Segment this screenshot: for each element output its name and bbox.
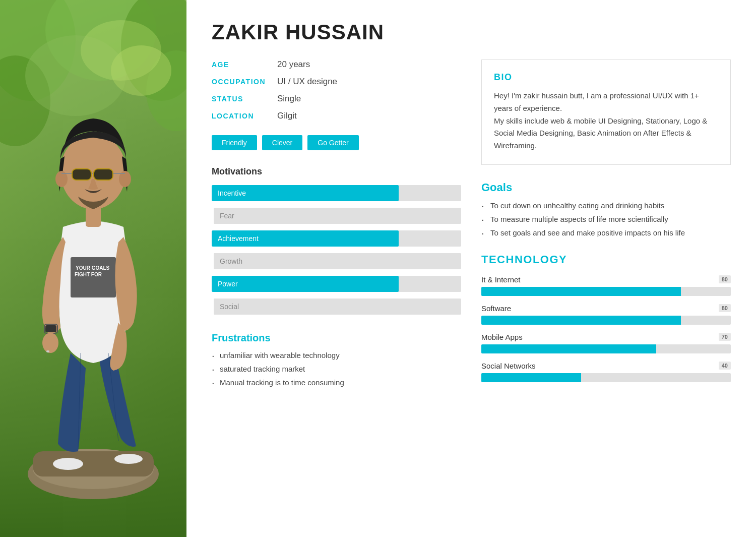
tech-name: Social Networks [481,362,536,370]
right-column: BIO Hey! I'm zakir hussain butt, I am a … [481,59,731,392]
goals-section: Goals To cut down on unhealthy eating an… [481,181,731,237]
motivation-bar: Achievement [212,230,461,247]
bio-heading: BIO [494,72,718,83]
occupation-label: OCCUPATION [212,78,267,86]
tags-row: FriendlyCleverGo Getter [212,135,461,150]
motivations-section: Motivations Incentive Fear Achievement [212,166,461,317]
svg-point-9 [81,20,161,81]
tech-item: Software 80 [481,304,731,325]
frustration-item: Manual tracking is to time consuming [212,378,461,387]
svg-point-23 [60,134,126,209]
tech-item: It & Internet 80 [481,275,731,296]
status-row: STATUS Single [212,94,461,104]
svg-rect-26 [72,169,91,180]
svg-text:YOUR GOALS: YOUR GOALS [76,265,110,271]
motivation-item: Social [212,296,461,317]
motivation-bar-label: Incentive [218,189,246,197]
frustrations-section: Frustrations unfamiliar with wearable te… [212,332,461,387]
tech-bar-inner [481,344,656,353]
content-area: ZAKIR HUSSAIN AGE 20 years OCCUPATION UI… [186,0,756,537]
tag: Friendly [212,135,257,150]
tag: Go Getter [307,135,358,150]
motivations-title: Motivations [212,166,461,177]
tech-item: Mobile Apps 70 [481,333,731,353]
tech-bar-inner [481,316,681,325]
frustration-item: unfamiliar with wearable technology [212,351,461,360]
svg-point-13 [53,458,83,470]
motivation-item: Incentive [212,185,461,201]
motivation-item: Growth [212,251,461,272]
tech-bar-outer [481,373,731,382]
bio-text: Hey! I'm zakir hussain butt, I am a prof… [494,90,718,152]
motivation-text-label: Fear [212,205,461,226]
status-label: STATUS [212,95,267,103]
tech-name: Mobile Apps [481,333,523,341]
age-row: AGE 20 years [212,59,461,70]
tech-badge: 80 [719,304,731,312]
technology-title: TECHNOLOGY [481,253,731,266]
location-label: LOCATION [212,112,267,120]
motivation-text-label: Growth [212,251,461,272]
tech-badge: 80 [719,275,731,283]
svg-rect-18 [45,325,56,332]
profile-name: ZAKIR HUSSAIN [212,20,731,44]
tech-item: Social Networks 40 [481,362,731,382]
tech-bar-inner [481,287,681,296]
svg-text:FIGHT FOR: FIGHT FOR [75,272,102,277]
goal-item: To measure multiple aspects of life more… [481,215,731,223]
photo-panel: YOUR GOALS FIGHT FOR [0,0,186,537]
tech-name: It & Internet [481,275,521,284]
motivation-bar: Incentive [212,185,461,201]
technology-section: TECHNOLOGY It & Internet 80 Software 80 … [481,253,731,382]
tech-name: Software [481,304,511,313]
tech-badge: 40 [719,362,731,370]
age-value: 20 years [277,59,310,70]
main-grid: AGE 20 years OCCUPATION UI / UX designe … [212,59,731,392]
svg-rect-27 [94,169,113,180]
left-column: AGE 20 years OCCUPATION UI / UX designe … [212,59,461,392]
occupation-row: OCCUPATION UI / UX designe [212,77,461,87]
frustrations-title: Frustrations [212,332,461,344]
motivation-item: Power [212,276,461,292]
motivation-item: Achievement [212,230,461,247]
svg-rect-15 [71,257,116,297]
goal-item: To set goals and see and make positive i… [481,228,731,237]
svg-rect-21 [46,350,49,352]
goal-item: To cut down on unhealthy eating and drin… [481,201,731,210]
goals-title: Goals [481,181,731,194]
motivation-bar-label: Achievement [218,234,259,243]
bio-box: BIO Hey! I'm zakir hussain butt, I am a … [481,59,731,165]
svg-point-14 [114,454,143,464]
tag: Clever [262,135,302,150]
tech-badge: 70 [719,333,731,341]
motivation-bar: Power [212,276,461,292]
tech-bar-outer [481,316,731,325]
age-label: AGE [212,61,267,69]
svg-point-20 [42,333,58,353]
occupation-value: UI / UX designe [277,77,337,87]
motivation-bar-label: Power [218,280,238,288]
motivation-item: Fear [212,205,461,226]
location-value: Gilgit [277,111,297,121]
tech-bar-outer [481,287,731,296]
status-value: Single [277,94,301,104]
location-row: LOCATION Gilgit [212,111,461,121]
frustration-item: saturated tracking market [212,365,461,373]
tech-bar-inner [481,373,581,382]
info-table: AGE 20 years OCCUPATION UI / UX designe … [212,59,461,121]
tech-bar-outer [481,344,731,353]
motivation-text-label: Social [212,296,461,317]
